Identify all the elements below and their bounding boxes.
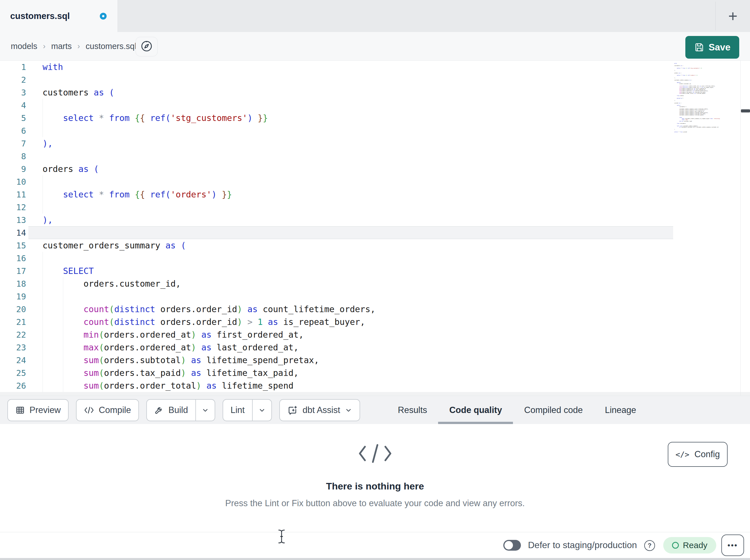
- save-button-label: Save: [709, 42, 730, 53]
- file-header: models›marts›customers.sql Save: [0, 32, 750, 61]
- line-code: with: [42, 62, 63, 72]
- explore-lineage-button[interactable]: [136, 37, 158, 56]
- editor-line-5[interactable]: 5 select * from {{ ref('stg_customers') …: [0, 111, 750, 124]
- indent-guide: [42, 124, 43, 137]
- editor-line-11[interactable]: 11 select * from {{ ref('orders') }}: [0, 188, 750, 201]
- editor-line-4[interactable]: 4: [0, 99, 750, 111]
- defer-toggle[interactable]: [503, 540, 521, 551]
- lint-button[interactable]: Lint: [222, 399, 272, 421]
- line-number: 16: [0, 253, 26, 263]
- editor-scrollbar-thumb[interactable]: [741, 109, 750, 112]
- code-editor[interactable]: 1with23customers as (45 select * from {{…: [0, 61, 750, 392]
- line-number: 15: [0, 241, 26, 250]
- build-main-action[interactable]: Build: [147, 400, 195, 421]
- editor-line-6[interactable]: 6: [0, 124, 750, 137]
- ide-status-label: Ready: [683, 540, 708, 550]
- preview-label: Preview: [29, 405, 61, 415]
- new-tab-button[interactable]: +: [716, 0, 750, 32]
- dbt-assist-main-action[interactable]: dbt Assist: [280, 400, 359, 421]
- line-code: ),: [42, 139, 53, 148]
- editor-line-19[interactable]: 19: [0, 290, 750, 303]
- editor-line-14[interactable]: 14: [0, 226, 750, 239]
- file-tab-customers-sql[interactable]: customers.sql: [0, 0, 117, 32]
- editor-hscroll-track[interactable]: [0, 392, 750, 396]
- lint-dropdown-button[interactable]: [253, 400, 271, 421]
- chevron-down-icon: [202, 407, 209, 414]
- dbt-assist-button[interactable]: dbt Assist: [279, 399, 360, 421]
- line-code: sum(orders.order_total) as lifetime_spen…: [42, 381, 294, 391]
- compile-main-action[interactable]: Compile: [77, 400, 138, 421]
- editor-minimap[interactable]: with customers as ( select * from {{ ref…: [674, 63, 738, 133]
- config-button[interactable]: </> Config: [668, 442, 728, 467]
- preview-main-action[interactable]: Preview: [8, 400, 68, 421]
- line-number: 12: [0, 203, 26, 212]
- dbt-ide-window: customers.sql + models›marts›customers.s…: [0, 0, 750, 560]
- editor-line-1[interactable]: 1with: [0, 61, 750, 74]
- more-options-button[interactable]: •••: [722, 535, 744, 556]
- tab-lineage[interactable]: Lineage: [594, 396, 647, 424]
- compile-button[interactable]: Compile: [76, 399, 139, 421]
- chevron-down-icon: [345, 407, 352, 414]
- line-number: 18: [0, 279, 26, 289]
- editor-line-12[interactable]: 12: [0, 201, 750, 213]
- wrench-icon: [154, 405, 164, 415]
- compass-icon: [140, 40, 153, 54]
- active-line-highlight: [28, 226, 673, 239]
- editor-line-21[interactable]: 21 count(distinct orders.order_id) > 1 a…: [0, 315, 750, 328]
- editor-line-13[interactable]: 13),: [0, 213, 750, 226]
- editor-line-26[interactable]: 26 sum(orders.order_total) as lifetime_s…: [0, 379, 750, 392]
- line-code: count(distinct orders.order_id) > 1 as i…: [42, 317, 365, 327]
- tab-compiled-code[interactable]: Compiled code: [513, 396, 594, 424]
- tab-code-quality[interactable]: Code quality: [438, 396, 513, 424]
- line-code: sum(orders.tax_paid) as lifetime_tax_pai…: [42, 368, 299, 378]
- editor-line-9[interactable]: 9orders as (: [0, 163, 750, 175]
- line-code: SELECT: [42, 266, 94, 276]
- editor-line-24[interactable]: 24 sum(orders.subtotal) as lifetime_spen…: [0, 354, 750, 367]
- window-bottom-edge: [0, 558, 750, 560]
- breadcrumb-item-marts[interactable]: marts: [51, 42, 72, 51]
- line-code: max(orders.ordered_at) as last_ordered_a…: [42, 343, 299, 352]
- line-number: 24: [0, 355, 26, 365]
- editor-line-17[interactable]: 17 SELECT: [0, 265, 750, 277]
- save-button[interactable]: Save: [685, 36, 739, 59]
- preview-button[interactable]: Preview: [7, 399, 68, 421]
- config-button-label: Config: [694, 449, 720, 459]
- editor-line-18[interactable]: 18 orders.customer_id,: [0, 277, 750, 290]
- indent-guide: [42, 99, 43, 111]
- breadcrumb-item-customers-sql[interactable]: customers.sql: [86, 42, 136, 51]
- editor-line-16[interactable]: 16: [0, 252, 750, 265]
- editor-line-15[interactable]: 15customer_orders_summary as (: [0, 239, 750, 252]
- table-icon: [15, 405, 25, 415]
- empty-state-subtitle: Press the Lint or Fix button above to ev…: [0, 498, 750, 509]
- editor-line-20[interactable]: 20 count(distinct orders.order_id) as co…: [0, 303, 750, 315]
- line-code: select * from {{ ref('stg_customers') }}: [42, 113, 268, 123]
- indent-guide: [42, 252, 43, 265]
- code-icon: [84, 406, 94, 414]
- editor-line-7[interactable]: 7),: [0, 137, 750, 150]
- line-code: orders as (: [42, 164, 99, 174]
- line-number: 9: [0, 164, 26, 174]
- line-code: count(distinct orders.order_id) as count…: [42, 304, 375, 314]
- panel-tabs: ResultsCode qualityCompiled codeLineage: [387, 396, 647, 424]
- build-dropdown-button[interactable]: [196, 400, 215, 421]
- breadcrumb: models›marts›customers.sql: [11, 32, 136, 60]
- line-code: min(orders.ordered_at) as first_ordered_…: [42, 330, 304, 340]
- editor-line-8[interactable]: 8: [0, 150, 750, 163]
- build-button[interactable]: Build: [146, 399, 215, 421]
- status-bar: Defer to staging/production ? Ready •••: [0, 532, 750, 558]
- ide-status-badge[interactable]: Ready: [663, 537, 716, 554]
- editor-line-22[interactable]: 22 min(orders.ordered_at) as first_order…: [0, 328, 750, 341]
- editor-line-23[interactable]: 23 max(orders.ordered_at) as last_ordere…: [0, 341, 750, 354]
- tab-results[interactable]: Results: [387, 396, 438, 424]
- indent-guide: [42, 175, 43, 188]
- editor-line-2[interactable]: 2: [0, 74, 750, 86]
- editor-line-10[interactable]: 10: [0, 175, 750, 188]
- floppy-disk-icon: [694, 42, 704, 53]
- editor-line-25[interactable]: 25 sum(orders.tax_paid) as lifetime_tax_…: [0, 367, 750, 379]
- help-icon[interactable]: ?: [644, 540, 655, 551]
- line-number: 3: [0, 88, 26, 98]
- line-code: sum(orders.subtotal) as lifetime_spend_p…: [42, 355, 319, 365]
- editor-line-3[interactable]: 3customers as (: [0, 86, 750, 99]
- breadcrumb-item-models[interactable]: models: [11, 42, 37, 51]
- lint-main-action[interactable]: Lint: [223, 400, 252, 421]
